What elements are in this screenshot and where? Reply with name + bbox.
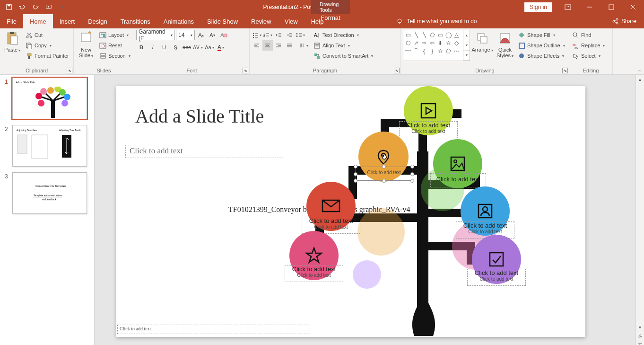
slide-thumb-2[interactable]: 2 Adjusting BranchesAdjusting Tree Trunk	[5, 125, 94, 167]
slide-canvas[interactable]: Add a Slide Title Click to add text Clic…	[95, 75, 635, 345]
char-spacing-button[interactable]: AV	[193, 42, 203, 53]
tab-format[interactable]: Format	[311, 14, 350, 21]
tab-transitions[interactable]: Transitions	[114, 14, 157, 28]
minimize-button[interactable]	[579, 0, 600, 14]
node-pink-textbox[interactable]: Click to add text Click to add text	[285, 265, 343, 282]
node-purple-textbox[interactable]: Click to add text Click to add text	[467, 269, 526, 286]
save-icon[interactable]	[3, 1, 15, 13]
underline-button[interactable]: U	[159, 42, 169, 53]
next-slide-button[interactable]: ⩔	[636, 340, 644, 345]
scroll-up-arrow[interactable]: ▴	[636, 75, 644, 83]
tab-file[interactable]: File	[0, 14, 23, 28]
scroll-down-arrow[interactable]: ▾	[636, 323, 644, 331]
layout-button[interactable]: Layout	[98, 30, 131, 40]
paste-button[interactable]: Paste	[2, 30, 23, 53]
shape-effects-button[interactable]: Shape Effects	[517, 51, 566, 61]
collapse-ribbon-button[interactable]: ︿	[637, 67, 642, 73]
new-slide-button[interactable]: New Slide	[76, 30, 96, 59]
tab-design[interactable]: Design	[81, 14, 113, 28]
tab-view[interactable]: View	[278, 14, 305, 28]
paragraph-dialog-launcher[interactable]: ⬊	[394, 68, 400, 73]
select-button[interactable]: Select	[571, 51, 606, 61]
shapes-gallery-scroll[interactable]: ▴▾▾	[463, 30, 470, 61]
format-painter-button[interactable]: Format Painter	[25, 51, 70, 61]
tell-me-label: Tell me what you want to do	[407, 18, 477, 25]
drawing-dialog-launcher[interactable]: ⬊	[562, 68, 568, 73]
tab-review[interactable]: Review	[244, 14, 278, 28]
undo-icon[interactable]	[16, 1, 28, 13]
increase-font-size-icon[interactable]: A▴	[196, 30, 206, 40]
font-name-combo[interactable]: Garamond (E▾	[136, 30, 175, 40]
change-case-button[interactable]: Aa	[204, 42, 215, 53]
thumbnail-panel[interactable]: 1 Add a Slide Title 2 Adjusting Branches…	[0, 75, 95, 345]
line-spacing-button[interactable]	[295, 30, 305, 40]
find-button[interactable]: Find	[571, 30, 606, 40]
font-size-combo[interactable]: 14▾	[176, 30, 195, 40]
cut-button[interactable]: Cut	[25, 30, 70, 40]
increase-indent-button[interactable]	[284, 30, 295, 40]
thumb-2[interactable]: Adjusting BranchesAdjusting Tree Trunk	[12, 125, 87, 167]
tell-me-search[interactable]: Tell me what you want to do	[396, 14, 477, 28]
slideshow-from-start-icon[interactable]	[43, 1, 55, 13]
scroll-track[interactable]	[636, 83, 644, 323]
tab-animations[interactable]: Animations	[157, 14, 200, 28]
qat-customize-dropdown[interactable]	[56, 1, 68, 13]
share-button[interactable]: Share	[604, 14, 644, 28]
font-dialog-launcher[interactable]: ⬊	[243, 68, 248, 73]
shape-textbox-icon[interactable]: ▭	[404, 31, 412, 39]
align-right-button[interactable]	[273, 40, 284, 51]
shapes-gallery[interactable]: ▭╲╲⬠▭◯△ ⬡↗⇨⇦⬇☆◇ 〰⌒{}☆⬠⋯	[403, 30, 463, 61]
tab-slideshow[interactable]: Slide Show	[200, 14, 244, 28]
justify-button[interactable]	[284, 40, 295, 51]
sign-in-button[interactable]: Sign in	[524, 2, 552, 12]
slide-thumb-1[interactable]: 1 Add a Slide Title	[5, 78, 94, 119]
convert-smartart-button[interactable]: Convert to SmartArt	[313, 51, 374, 61]
text-direction-button[interactable]: AText Direction	[313, 30, 374, 40]
node-lime-textbox[interactable]: Click to add text Click to add text	[399, 121, 458, 138]
bullets-button[interactable]	[252, 30, 262, 40]
shape-fill-button[interactable]: Shape Fill	[517, 30, 566, 40]
thumb-3[interactable]: Customize this TemplateTemplate editor i…	[12, 172, 87, 214]
align-center-button[interactable]	[262, 40, 273, 51]
font-color-button[interactable]: A	[216, 42, 226, 53]
ribbon-display-options-icon[interactable]	[557, 0, 579, 14]
vertical-scrollbar[interactable]: ▴ ▾ ⩓ ⩔	[635, 75, 644, 345]
section-button[interactable]: Section	[98, 51, 131, 61]
group-font-label: Font	[136, 67, 247, 74]
tab-insert[interactable]: Insert	[53, 14, 82, 28]
node-orange-textbox-selected[interactable]: Click to add text ↻	[356, 167, 412, 181]
close-button[interactable]	[622, 0, 644, 14]
slide-thumb-3[interactable]: 3 Customize this TemplateTemplate editor…	[5, 172, 94, 214]
slide-title-placeholder[interactable]: Add a Slide Title	[135, 105, 264, 127]
node-green-textbox[interactable]: Click to add text	[430, 173, 486, 187]
decrease-font-size-icon[interactable]: A▾	[207, 30, 218, 40]
italic-button[interactable]: I	[148, 42, 158, 53]
numbering-button[interactable]: 12	[262, 30, 273, 40]
arrange-button[interactable]: Arrange	[472, 30, 493, 53]
shadow-button[interactable]: S	[170, 42, 181, 53]
prev-slide-button[interactable]: ⩓	[636, 331, 644, 340]
clear-formatting-icon[interactable]: A	[218, 30, 229, 40]
bold-button[interactable]: B	[136, 42, 147, 53]
thumb-1[interactable]: Add a Slide Title	[12, 78, 87, 119]
node-blue-textbox[interactable]: Click to add text Click to add text	[456, 221, 514, 239]
align-text-button[interactable]: Align Text	[313, 40, 374, 51]
slide[interactable]: Add a Slide Title Click to add text Clic…	[116, 86, 585, 337]
reset-button[interactable]: Reset	[98, 40, 131, 51]
svg-line-20	[27, 33, 31, 36]
copy-button[interactable]: Copy	[25, 40, 70, 51]
columns-button[interactable]	[298, 40, 309, 51]
replace-button[interactable]: abacReplace	[571, 40, 606, 51]
paintbrush-icon	[26, 53, 33, 60]
redo-icon[interactable]	[29, 1, 42, 13]
shape-outline-button[interactable]: Shape Outline	[517, 40, 566, 51]
maximize-button[interactable]	[600, 0, 622, 14]
decrease-indent-button[interactable]	[273, 30, 284, 40]
strikethrough-button[interactable]: abc	[182, 42, 192, 53]
group-clipboard-label: Clipboard	[2, 67, 71, 74]
clipboard-dialog-launcher[interactable]: ⬊	[67, 68, 72, 73]
quick-styles-button[interactable]: Quick Styles	[495, 30, 515, 59]
align-left-button[interactable]	[252, 40, 262, 51]
slide-subtext-placeholder[interactable]: Click to add text	[125, 145, 283, 158]
tab-home[interactable]: Home	[23, 14, 53, 28]
